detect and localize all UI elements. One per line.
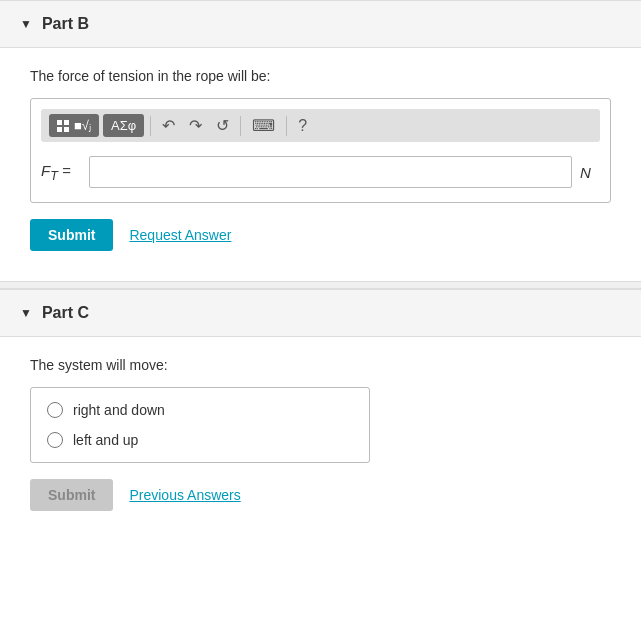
part-b-toolbar: ■√ⱼ AΣφ ↶ ↷ ↺ ⌨ ? — [41, 109, 600, 142]
equation-unit: N — [580, 164, 600, 181]
matrix-button[interactable]: ■√ⱼ — [49, 114, 99, 137]
part-c-action-row: Submit Previous Answers — [30, 479, 611, 511]
toolbar-separator-3 — [286, 116, 287, 136]
undo-button[interactable]: ↶ — [157, 114, 180, 137]
part-c-question: The system will move: — [30, 357, 611, 373]
part-c-section: ▼ Part C The system will move: right and… — [0, 289, 641, 541]
radio-right-and-down[interactable] — [47, 402, 63, 418]
part-b-title: Part B — [42, 15, 89, 33]
help-button[interactable]: ? — [293, 115, 312, 137]
radio-left-and-up[interactable] — [47, 432, 63, 448]
part-b-section: ▼ Part B The force of tension in the rop… — [0, 0, 641, 281]
label-right-and-down: right and down — [73, 402, 165, 418]
section-divider — [0, 281, 641, 289]
reload-button[interactable]: ↺ — [211, 114, 234, 137]
option-left-and-up[interactable]: left and up — [47, 432, 353, 448]
part-c-title: Part C — [42, 304, 89, 322]
part-b-content: The force of tension in the rope will be… — [0, 48, 641, 281]
toolbar-separator-1 — [150, 116, 151, 136]
keyboard-button[interactable]: ⌨ — [247, 114, 280, 137]
matrix-button-label: ■√ⱼ — [74, 118, 91, 133]
part-b-math-input-box: ■√ⱼ AΣφ ↶ ↷ ↺ ⌨ ? FT = N — [30, 98, 611, 203]
part-b-submit-button[interactable]: Submit — [30, 219, 113, 251]
part-b-question: The force of tension in the rope will be… — [30, 68, 611, 84]
redo-button[interactable]: ↷ — [184, 114, 207, 137]
part-c-content: The system will move: right and down lef… — [0, 337, 641, 541]
part-b-header[interactable]: ▼ Part B — [0, 0, 641, 48]
part-c-header[interactable]: ▼ Part C — [0, 289, 641, 337]
toolbar-separator-2 — [240, 116, 241, 136]
part-b-chevron-icon[interactable]: ▼ — [20, 17, 32, 31]
equation-input[interactable] — [89, 156, 572, 188]
greek-button-label: AΣφ — [111, 118, 136, 133]
equation-row: FT = N — [41, 152, 600, 192]
previous-answers-button[interactable]: Previous Answers — [129, 487, 240, 503]
label-left-and-up: left and up — [73, 432, 138, 448]
options-box: right and down left and up — [30, 387, 370, 463]
request-answer-button[interactable]: Request Answer — [129, 227, 231, 243]
greek-button[interactable]: AΣφ — [103, 114, 144, 137]
part-b-action-row: Submit Request Answer — [30, 219, 611, 251]
equation-label: FT = — [41, 162, 81, 183]
part-c-chevron-icon[interactable]: ▼ — [20, 306, 32, 320]
option-right-and-down[interactable]: right and down — [47, 402, 353, 418]
part-c-submit-button: Submit — [30, 479, 113, 511]
